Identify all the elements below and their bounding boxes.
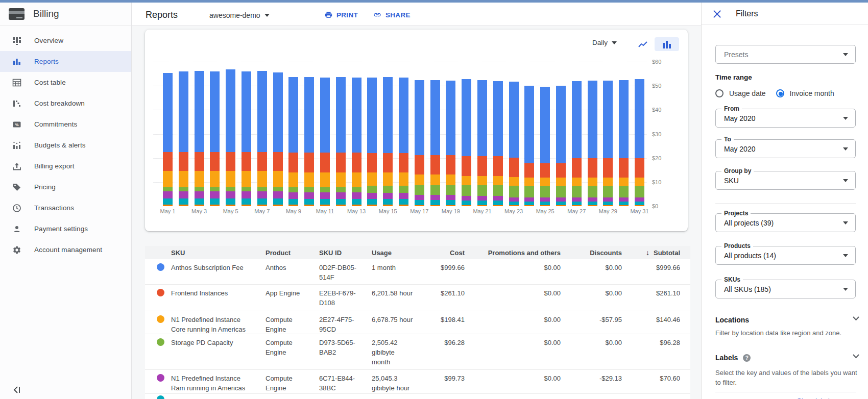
bar-may-13[interactable]	[352, 78, 361, 206]
project-selector[interactable]: awesome-demo	[209, 11, 270, 19]
bar-segment	[415, 174, 424, 185]
bar-may-30[interactable]	[619, 80, 629, 206]
table-row[interactable]: N1 Predefined InstanceCore running in Am…	[145, 311, 690, 334]
sidebar-item-account-management[interactable]: Account management	[0, 239, 131, 260]
time-range-label: Time range	[715, 73, 752, 81]
sidebar-item-budgets-alerts[interactable]: Budgets & alerts	[0, 135, 131, 156]
bar-may-24[interactable]	[524, 86, 534, 206]
bar-may-17[interactable]	[415, 80, 424, 206]
column-header-promotions-and-others[interactable]: Promotions and others	[465, 246, 561, 260]
bar-may-19[interactable]	[446, 81, 455, 206]
bar-may-11[interactable]	[320, 78, 330, 206]
x-axis-label: May 9	[278, 208, 309, 214]
share-button[interactable]: SHARE	[373, 11, 411, 19]
column-header-usage[interactable]: Usage	[372, 246, 421, 260]
y-axis-label: $40	[652, 107, 672, 113]
bar-may-2[interactable]	[179, 71, 188, 206]
bar-may-15[interactable]	[383, 77, 393, 206]
column-header-sku-id[interactable]: SKU ID	[319, 246, 372, 260]
sidebar-item-reports[interactable]: Reports	[0, 51, 131, 72]
table-row[interactable]: Frontend InstancesApp EngineE2EB-F679-D1…	[145, 285, 690, 311]
bar-may-31[interactable]	[635, 79, 644, 206]
bar-segment	[273, 191, 283, 198]
bar-may-22[interactable]	[493, 81, 503, 206]
sidebar-item-overview[interactable]: Overview	[0, 30, 131, 51]
bar-may-12[interactable]	[336, 77, 346, 206]
bar-segment	[572, 197, 582, 202]
help-icon[interactable]: ?	[743, 354, 751, 362]
bar-may-16[interactable]	[399, 78, 408, 206]
bar-segment	[415, 205, 424, 206]
reports-icon	[12, 57, 21, 66]
to-select[interactable]: ToMay 2020	[715, 139, 856, 158]
bar-may-10[interactable]	[304, 77, 314, 206]
chevron-down-icon[interactable]	[852, 352, 860, 361]
column-header-cost[interactable]: Cost	[421, 246, 465, 260]
bar-may-18[interactable]	[430, 80, 440, 206]
sidebar-item-billing-export[interactable]: Billing export	[0, 156, 131, 177]
table-row[interactable]: Anthos Subscription FeeAnthos0D2F-DB05-5…	[145, 259, 690, 285]
bar-may-8[interactable]	[273, 72, 283, 206]
radio-unselected-icon	[715, 89, 724, 97]
sidebar-item-commitments[interactable]: %Commitments	[0, 114, 131, 135]
x-axis-label: May 1	[152, 208, 184, 214]
sidebar-item-pricing[interactable]: Pricing	[0, 177, 131, 197]
bar-segment	[320, 153, 330, 172]
bar-segment	[509, 177, 519, 186]
column-header-sku[interactable]: SKU	[171, 246, 266, 260]
table-row[interactable]: Storage PD CapacityComputeEngineD973-5D6…	[145, 334, 690, 370]
select-value: All products (14)	[724, 252, 776, 260]
bar-may-25[interactable]	[540, 87, 550, 206]
bar-segment	[226, 152, 235, 171]
show-labels-link[interactable]: Show labels	[797, 397, 833, 399]
bar-segment	[635, 158, 644, 178]
presets-select[interactable]: Presets	[715, 45, 856, 64]
column-header-discounts[interactable]: Discounts	[561, 246, 622, 260]
bar-segment	[477, 185, 487, 196]
bar-may-26[interactable]	[556, 86, 566, 206]
sidebar-item-cost-table[interactable]: Cost table	[0, 72, 131, 93]
bar-may-27[interactable]	[572, 81, 582, 206]
collapse-sidebar-icon[interactable]	[12, 385, 22, 394]
bar-may-4[interactable]	[210, 71, 220, 206]
bar-may-20[interactable]	[462, 79, 471, 206]
x-axis-label: May 19	[435, 208, 467, 214]
y-axis-label: $60	[652, 59, 672, 65]
column-header-product[interactable]: Product	[266, 246, 319, 260]
skus-select[interactable]: SKUsAll SKUs (185)	[715, 280, 856, 298]
bar-may-6[interactable]	[242, 71, 251, 206]
sidebar-item-payment-settings[interactable]: Payment settings	[0, 218, 131, 239]
usage-cell: 25,045.3gibibyte hour	[372, 370, 421, 393]
bar-may-3[interactable]	[195, 71, 204, 207]
sku-cell: Frontend Instances	[171, 285, 266, 311]
bar-may-23[interactable]	[509, 82, 519, 206]
from-select[interactable]: FromMay 2020	[715, 109, 856, 128]
bar-may-5[interactable]	[226, 69, 235, 206]
radio-usage-date[interactable]: Usage date	[715, 89, 766, 97]
bar-segment	[462, 196, 471, 201]
chevron-down-icon[interactable]	[852, 314, 860, 323]
projects-select[interactable]: ProjectsAll projects (39)	[715, 213, 856, 232]
close-icon[interactable]	[712, 9, 724, 20]
bar-may-9[interactable]	[288, 77, 298, 206]
promotions-cell: $0.00	[465, 370, 561, 393]
column-header-subtotal[interactable]: ↓Subtotal	[622, 246, 680, 260]
chart-card: Daily $0$10$20$30$40$50$60May 1May 3May …	[145, 30, 688, 231]
bar-may-7[interactable]	[257, 71, 267, 206]
bar-may-14[interactable]	[367, 78, 377, 206]
discounts-cell	[561, 394, 622, 399]
sidebar-item-transactions[interactable]: Transactions	[0, 197, 131, 218]
bar-may-21[interactable]	[477, 80, 487, 206]
print-button[interactable]: PRINT	[324, 11, 358, 19]
bar-may-1[interactable]	[163, 73, 173, 206]
select-label: To	[721, 136, 734, 143]
bar-may-28[interactable]	[588, 81, 597, 206]
radio-invoice-month[interactable]: Invoice month	[776, 89, 834, 97]
bar-segment	[195, 191, 204, 198]
sidebar-item-cost-breakdown[interactable]: Cost breakdown	[0, 93, 131, 114]
table-row[interactable]: N1 Predefined InstanceRam running in Ame…	[145, 370, 690, 394]
products-select[interactable]: ProductsAll products (14)	[715, 246, 856, 265]
table-row[interactable]	[145, 394, 690, 399]
groupby-select[interactable]: Group bySKU	[715, 171, 856, 190]
bar-may-29[interactable]	[603, 81, 613, 206]
